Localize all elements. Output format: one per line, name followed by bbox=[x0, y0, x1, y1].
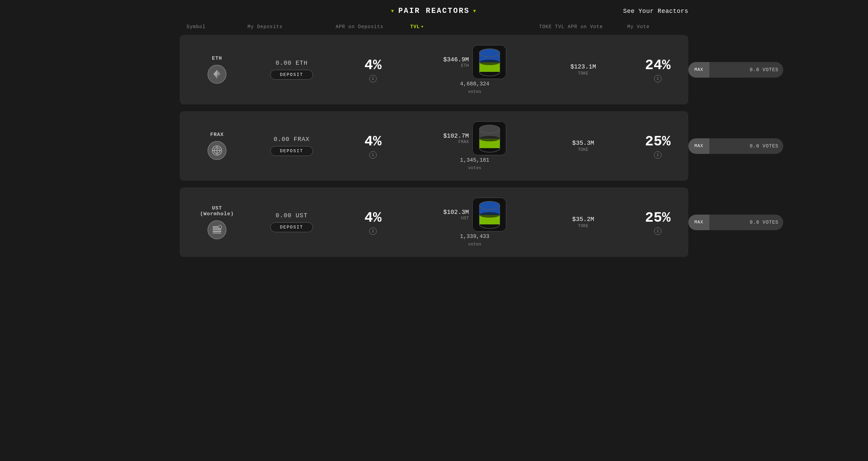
col-toke-tvl: TOKE TVL APR on Vote bbox=[539, 24, 627, 29]
symbol-col-frax: FRAX bbox=[186, 132, 248, 160]
deposit-col-ust: 0.00 UST DEPOSIT bbox=[248, 212, 336, 232]
col-tvl[interactable]: TVL ▼ bbox=[410, 24, 539, 29]
tvl-token-ust: UST bbox=[461, 216, 469, 221]
apr-vote-value-eth: 24% bbox=[645, 57, 671, 74]
tvl-token-eth: ETH bbox=[461, 63, 469, 68]
svg-rect-34 bbox=[213, 230, 221, 232]
table-header: Symbol My Deposits APR on Deposits TVL ▼… bbox=[180, 19, 688, 35]
toke-col-eth: $123.1M TOKE bbox=[539, 63, 627, 76]
triangle-right-icon: ▼ bbox=[473, 8, 477, 14]
deposit-amount-eth: 0.00 ETH bbox=[276, 60, 308, 66]
toke-symbol-frax: TOKE bbox=[578, 147, 588, 152]
apr-vote-col-ust: 25% i bbox=[627, 210, 688, 235]
apr-vote-col-eth: 24% i bbox=[627, 57, 688, 82]
votes-label-eth: votes bbox=[468, 89, 481, 94]
deposit-button-frax[interactable]: DEPOSIT bbox=[270, 146, 313, 156]
deposit-button-ust[interactable]: DEPOSIT bbox=[270, 222, 313, 232]
deposit-button-eth[interactable]: DEPOSIT bbox=[270, 70, 313, 80]
tvl-amount-frax: $102.7M bbox=[443, 133, 469, 139]
page-header: ▼ PAIR REACTORS ▼ See Your Reactors bbox=[180, 0, 688, 19]
eth-icon bbox=[208, 65, 226, 84]
col-symbol: Symbol bbox=[186, 24, 248, 29]
reactor-visual-eth bbox=[472, 45, 506, 79]
max-button-eth[interactable]: MAX bbox=[688, 62, 709, 78]
apr-info-icon-ust[interactable]: i bbox=[369, 227, 377, 235]
apr-info-icon-eth[interactable]: i bbox=[369, 75, 377, 82]
tvl-amount-eth: $346.9M bbox=[443, 56, 469, 63]
vote-value-ust: 0.0 VOTES bbox=[709, 220, 783, 225]
apr-value-frax: 4% bbox=[364, 134, 381, 150]
toke-col-frax: $35.3M TOKE bbox=[539, 140, 627, 152]
vote-input-wrapper-eth: MAX 0.0 VOTES bbox=[688, 62, 783, 78]
deposit-amount-frax: 0.00 FRAX bbox=[274, 136, 310, 143]
apr-vote-info-icon-ust[interactable]: i bbox=[654, 227, 662, 235]
tvl-col-frax: $102.7M FRAX bbox=[410, 121, 539, 171]
votes-label-frax: votes bbox=[468, 165, 481, 171]
col-apr: APR on Deposits bbox=[336, 24, 410, 29]
toke-symbol-eth: TOKE bbox=[578, 71, 588, 76]
toke-amount-frax: $35.3M bbox=[572, 140, 594, 146]
svg-point-15 bbox=[479, 60, 500, 65]
tvl-col-eth: $346.9M ETH bbox=[410, 45, 539, 94]
deposit-col-frax: 0.00 FRAX DEPOSIT bbox=[248, 136, 336, 156]
toke-col-ust: $35.2M TOKE bbox=[539, 216, 627, 228]
symbol-col-eth: ETH bbox=[186, 56, 248, 84]
col-deposits: My Deposits bbox=[248, 24, 336, 29]
apr-vote-col-frax: 25% i bbox=[627, 134, 688, 159]
symbol-label-frax: FRAX bbox=[210, 132, 224, 138]
symbol-label-eth: ETH bbox=[212, 56, 222, 61]
vote-value-eth: 0.0 VOTES bbox=[709, 67, 783, 73]
col-my-vote: My Vote bbox=[627, 24, 688, 29]
triangle-left-icon: ▼ bbox=[391, 8, 395, 14]
votes-count-frax: 1,345,181 bbox=[460, 157, 489, 163]
ust-icon: ★ bbox=[208, 220, 226, 239]
vote-col-frax: MAX 0.0 VOTES bbox=[688, 138, 783, 154]
vote-value-frax: 0.0 VOTES bbox=[709, 143, 783, 149]
reactor-row-eth: ETH 0.00 ETH DEPOSIT 4% i $34 bbox=[180, 35, 688, 104]
tvl-sort-icon: ▼ bbox=[421, 25, 423, 29]
deposit-amount-ust: 0.00 UST bbox=[276, 212, 308, 219]
apr-value-ust: 4% bbox=[364, 210, 381, 226]
vote-col-eth: MAX 0.0 VOTES bbox=[688, 62, 783, 78]
apr-col-ust: 4% i bbox=[336, 210, 410, 235]
symbol-label-ust: UST (Wormhole) bbox=[200, 205, 234, 217]
toke-symbol-ust: TOKE bbox=[578, 223, 588, 228]
svg-rect-35 bbox=[213, 233, 221, 233]
reactor-visual-frax bbox=[472, 121, 506, 155]
page-title: ▼ PAIR REACTORS ▼ bbox=[391, 7, 477, 15]
max-button-ust[interactable]: MAX bbox=[688, 215, 709, 230]
symbol-col-ust: UST (Wormhole) ★ bbox=[186, 205, 248, 239]
frax-icon bbox=[208, 141, 226, 160]
apr-col-eth: 4% i bbox=[336, 57, 410, 82]
deposit-col-eth: 0.00 ETH DEPOSIT bbox=[248, 60, 336, 80]
reactor-visual-ust bbox=[472, 198, 506, 232]
svg-text:★: ★ bbox=[219, 226, 220, 228]
apr-info-icon-frax[interactable]: i bbox=[369, 151, 377, 159]
reactor-row-frax: FRAX 0.00 FRAX DEPOSIT 4% i $ bbox=[180, 111, 688, 181]
apr-vote-value-ust: 25% bbox=[645, 210, 671, 226]
max-button-frax[interactable]: MAX bbox=[688, 138, 709, 154]
vote-col-ust: MAX 0.0 VOTES bbox=[688, 215, 783, 230]
apr-value-eth: 4% bbox=[364, 57, 381, 74]
tvl-col-ust: $102.3M UST bbox=[410, 198, 539, 247]
votes-count-eth: 4,688,324 bbox=[460, 81, 489, 87]
reactor-row-ust: UST (Wormhole) ★ 0.00 UST DEPOSIT 4% bbox=[180, 187, 688, 257]
votes-count-ust: 1,339,433 bbox=[460, 234, 489, 240]
see-reactors-button[interactable]: See Your Reactors bbox=[623, 8, 688, 15]
apr-vote-info-icon-frax[interactable]: i bbox=[654, 151, 662, 159]
tvl-token-frax: FRAX bbox=[458, 139, 469, 144]
svg-point-49 bbox=[479, 212, 500, 218]
toke-amount-eth: $123.1M bbox=[570, 63, 596, 70]
svg-point-31 bbox=[479, 136, 500, 141]
toke-amount-ust: $35.2M bbox=[572, 216, 594, 223]
apr-col-frax: 4% i bbox=[336, 134, 410, 159]
apr-vote-value-frax: 25% bbox=[645, 134, 671, 150]
tvl-amount-ust: $102.3M bbox=[443, 209, 469, 216]
vote-input-wrapper-ust: MAX 0.0 VOTES bbox=[688, 215, 783, 230]
votes-label-ust: votes bbox=[468, 242, 481, 247]
apr-vote-info-icon-eth[interactable]: i bbox=[654, 75, 662, 82]
vote-input-wrapper-frax: MAX 0.0 VOTES bbox=[688, 138, 783, 154]
